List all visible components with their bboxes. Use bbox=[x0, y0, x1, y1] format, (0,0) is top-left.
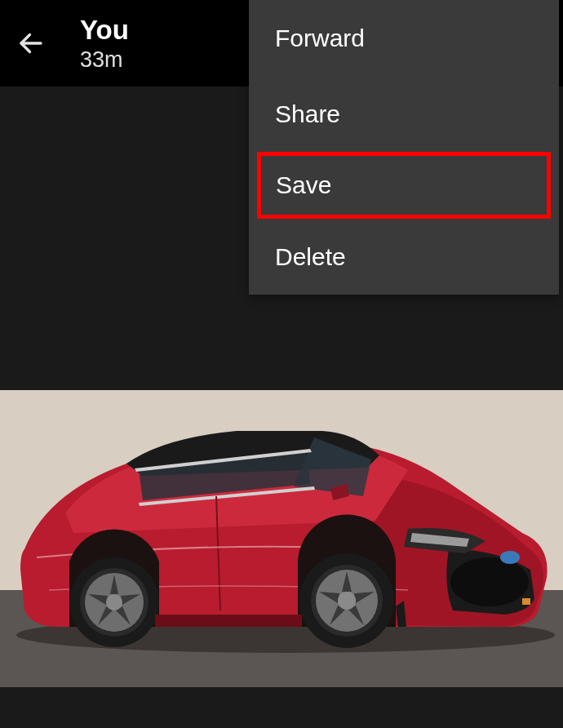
menu-item-delete[interactable]: Delete bbox=[249, 219, 559, 295]
menu-item-share[interactable]: Share bbox=[249, 76, 559, 152]
svg-point-9 bbox=[106, 594, 122, 610]
back-arrow-icon[interactable] bbox=[16, 29, 46, 58]
timestamp: 33m bbox=[80, 47, 129, 73]
svg-point-13 bbox=[338, 592, 356, 610]
svg-point-4 bbox=[450, 557, 529, 606]
message-image[interactable] bbox=[0, 390, 563, 687]
menu-item-forward[interactable]: Forward bbox=[249, 0, 559, 76]
sender-name: You bbox=[80, 15, 129, 46]
svg-point-5 bbox=[500, 551, 520, 564]
context-menu: Forward Share Save Delete bbox=[249, 0, 559, 295]
header-text: You 33m bbox=[80, 15, 129, 73]
menu-item-save[interactable]: Save bbox=[257, 152, 551, 219]
svg-rect-14 bbox=[522, 598, 530, 605]
